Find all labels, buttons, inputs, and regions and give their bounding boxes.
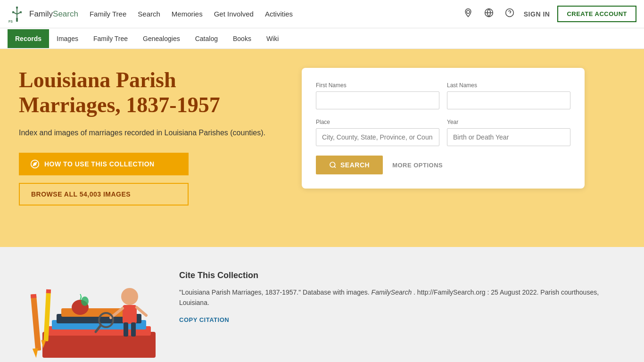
last-names-input[interactable] bbox=[447, 91, 570, 109]
location-icon[interactable] bbox=[462, 6, 475, 22]
secondary-nav-records[interactable]: Records bbox=[8, 29, 49, 48]
first-names-field: First Names bbox=[316, 82, 439, 109]
secondary-nav-family-tree[interactable]: Family Tree bbox=[86, 29, 135, 48]
logo[interactable]: FS FamilySearch bbox=[8, 5, 78, 24]
compass-icon bbox=[30, 159, 40, 169]
search-icon bbox=[329, 161, 337, 169]
more-options-button[interactable]: MORE OPTIONS bbox=[392, 162, 443, 169]
cite-section: Cite This Collection "Louisiana Parish M… bbox=[179, 266, 625, 360]
copy-citation-button[interactable]: COPY CITATION bbox=[179, 316, 229, 323]
search-actions: SEARCH MORE OPTIONS bbox=[316, 156, 570, 174]
browse-images-button[interactable]: BROWSE ALL 54,003 IMAGES bbox=[19, 183, 189, 206]
svg-rect-24 bbox=[31, 294, 41, 351]
secondary-nav: Records Images Family Tree Genealogies C… bbox=[0, 28, 644, 49]
svg-rect-4 bbox=[16, 7, 18, 8]
search-card: First Names Last Names Place Year bbox=[302, 68, 585, 189]
how-to-use-button[interactable]: HOW TO USE THIS COLLECTION bbox=[19, 153, 189, 175]
secondary-nav-genealogies[interactable]: Genealogies bbox=[135, 29, 188, 48]
place-input[interactable] bbox=[316, 128, 439, 146]
collection-title: Louisiana Parish Marriages, 1837-1957 bbox=[19, 68, 283, 118]
illustration-svg bbox=[24, 266, 156, 360]
collection-description: Index and images of marriages recorded i… bbox=[19, 127, 283, 139]
svg-rect-37 bbox=[131, 322, 136, 337]
search-row-location: Place Year bbox=[316, 119, 570, 146]
last-names-label: Last Names bbox=[447, 82, 570, 89]
svg-rect-1 bbox=[16, 18, 18, 22]
main-navigation: Family Tree Search Memories Get Involved… bbox=[90, 10, 462, 18]
nav-family-tree[interactable]: Family Tree bbox=[90, 10, 126, 18]
cite-title: Cite This Collection bbox=[179, 271, 625, 280]
nav-activities[interactable]: Activities bbox=[265, 10, 293, 18]
svg-marker-14 bbox=[33, 162, 36, 165]
secondary-nav-catalog[interactable]: Catalog bbox=[188, 29, 225, 48]
bottom-section: Cite This Collection "Louisiana Parish M… bbox=[0, 247, 644, 362]
last-names-field: Last Names bbox=[447, 82, 570, 109]
svg-rect-31 bbox=[123, 305, 137, 324]
top-nav-right: SIGN IN CREATE ACCOUNT bbox=[462, 6, 636, 22]
first-names-input[interactable] bbox=[316, 91, 439, 109]
cite-text: "Louisiana Parish Marriages, 1837-1957."… bbox=[179, 287, 625, 308]
svg-rect-36 bbox=[124, 322, 128, 337]
place-label: Place bbox=[316, 119, 439, 125]
sign-in-button[interactable]: SIGN IN bbox=[524, 10, 550, 18]
language-icon[interactable] bbox=[482, 6, 495, 22]
top-nav: FS FamilySearch Family Tree Search Memor… bbox=[0, 0, 644, 28]
illustration bbox=[19, 266, 160, 360]
nav-memories[interactable]: Memories bbox=[172, 10, 203, 18]
svg-point-15 bbox=[330, 162, 335, 167]
hero-buttons: HOW TO USE THIS COLLECTION BROWSE ALL 54… bbox=[19, 153, 189, 206]
svg-rect-17 bbox=[42, 332, 156, 358]
nav-search[interactable]: Search bbox=[138, 10, 160, 18]
hero-left: Louisiana Parish Marriages, 1837-1957 In… bbox=[19, 68, 283, 206]
svg-text:FS: FS bbox=[8, 20, 13, 23]
svg-rect-29 bbox=[46, 289, 51, 294]
svg-point-9 bbox=[466, 10, 470, 14]
help-icon[interactable] bbox=[503, 6, 516, 22]
secondary-nav-images[interactable]: Images bbox=[49, 29, 86, 48]
search-row-name: First Names Last Names bbox=[316, 82, 570, 109]
year-field: Year bbox=[447, 119, 570, 146]
secondary-nav-wiki[interactable]: Wiki bbox=[259, 29, 286, 48]
svg-point-30 bbox=[121, 288, 138, 305]
familysearch-logo-icon: FS bbox=[8, 5, 26, 24]
search-button[interactable]: SEARCH bbox=[316, 156, 383, 174]
svg-point-23 bbox=[81, 296, 89, 306]
svg-line-16 bbox=[334, 166, 336, 168]
first-names-label: First Names bbox=[316, 82, 439, 89]
nav-get-involved[interactable]: Get Involved bbox=[214, 10, 254, 18]
year-input[interactable] bbox=[447, 128, 570, 146]
secondary-nav-books[interactable]: Books bbox=[225, 29, 259, 48]
create-account-button[interactable]: CREATE ACCOUNT bbox=[557, 6, 636, 22]
year-label: Year bbox=[447, 119, 570, 125]
svg-rect-26 bbox=[31, 294, 37, 298]
place-field: Place bbox=[316, 119, 439, 146]
hero-section: Louisiana Parish Marriages, 1837-1957 In… bbox=[0, 49, 644, 247]
